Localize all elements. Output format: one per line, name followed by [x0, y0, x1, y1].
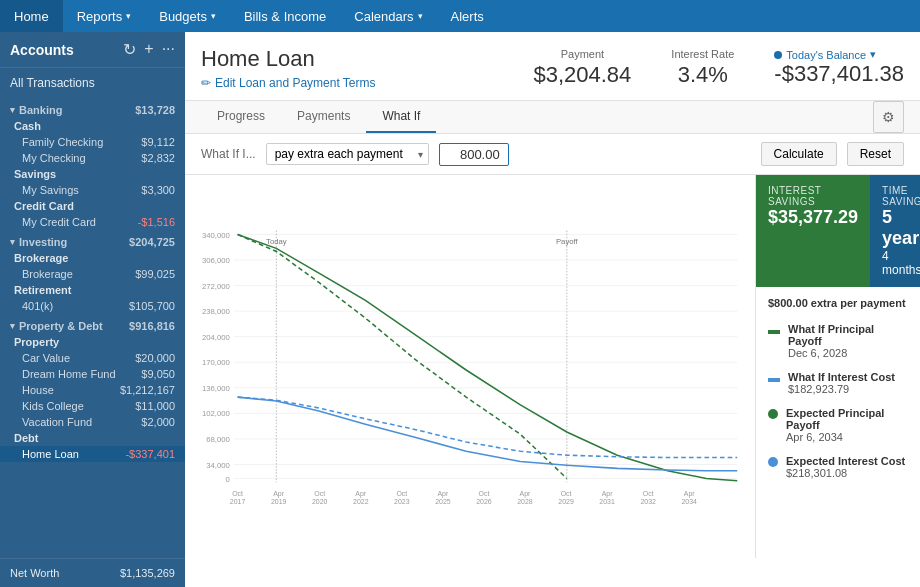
loan-tabs: Progress Payments What If ⚙: [185, 101, 920, 134]
svg-text:Apr: Apr: [355, 490, 367, 498]
sidebar-item-vacation-fund[interactable]: Vacation Fund$2,000: [0, 414, 185, 430]
interest-savings-box: INTEREST SAVINGS $35,377.29: [756, 175, 870, 287]
svg-text:Apr: Apr: [602, 490, 614, 498]
sidebar: Accounts ↻ + ··· All Transactions ▾Banki…: [0, 32, 185, 587]
svg-text:2029: 2029: [558, 498, 574, 505]
sidebar-cat-brokerage: Brokerage: [0, 250, 185, 266]
loan-chart: 340,000 306,000 272,000 238,000 204,000 …: [195, 185, 745, 555]
svg-text:2023: 2023: [394, 498, 410, 505]
chart-sidebar: INTEREST SAVINGS $35,377.29 TIME SAVINGS…: [755, 175, 920, 558]
svg-text:2022: 2022: [353, 498, 369, 505]
svg-text:Today: Today: [266, 237, 287, 246]
whatif-select-wrap: pay extra each payment pay lump sum chan…: [266, 143, 429, 165]
loan-interest-metric: Interest Rate 3.4%: [671, 48, 734, 88]
nav-alerts[interactable]: Alerts: [437, 0, 498, 32]
expected-interest-icon: [768, 457, 778, 467]
loan-balance-metric: Today's Balance ▾ -$337,401.38: [774, 48, 904, 87]
nav-budgets[interactable]: Budgets▾: [145, 0, 230, 32]
loan-payment-metric: Payment $3,204.84: [533, 48, 631, 88]
svg-text:Oct: Oct: [479, 490, 490, 497]
svg-text:68,000: 68,000: [206, 435, 230, 444]
nav-reports[interactable]: Reports▾: [63, 0, 146, 32]
sidebar-group-banking[interactable]: ▾Banking $13,728: [0, 98, 185, 118]
sidebar-cat-credit-card: Credit Card: [0, 198, 185, 214]
top-nav: Home Reports▾ Budgets▾ Bills & Income Ca…: [0, 0, 920, 32]
expected-principal-icon: [768, 409, 778, 419]
settings-button[interactable]: ⚙: [873, 101, 904, 133]
legend-whatif-principal: What If Principal Payoff Dec 6, 2028: [768, 323, 908, 359]
sidebar-group-property-debt[interactable]: ▾Property & Debt $916,816: [0, 314, 185, 334]
svg-text:2020: 2020: [312, 498, 328, 505]
sidebar-cat-property: Property: [0, 334, 185, 350]
sidebar-item-401k[interactable]: 401(k)$105,700: [0, 298, 185, 314]
sidebar-group-investing[interactable]: ▾Investing $204,725: [0, 230, 185, 250]
sidebar-item-family-checking[interactable]: Family Checking$9,112: [0, 134, 185, 150]
sidebar-item-house[interactable]: House$1,212,167: [0, 382, 185, 398]
sidebar-item-my-checking[interactable]: My Checking$2,832: [0, 150, 185, 166]
sidebar-footer: Net Worth $1,135,269: [0, 558, 185, 587]
svg-text:Payoff: Payoff: [556, 237, 579, 246]
svg-text:Apr: Apr: [437, 490, 449, 498]
sidebar-item-car-value[interactable]: Car Value$20,000: [0, 350, 185, 366]
refresh-icon[interactable]: ↻: [123, 40, 136, 59]
svg-text:204,000: 204,000: [202, 333, 230, 342]
tab-whatif[interactable]: What If: [366, 101, 436, 133]
sidebar-cat-cash: Cash: [0, 118, 185, 134]
sidebar-title: Accounts: [10, 42, 115, 58]
sidebar-item-my-savings[interactable]: My Savings$3,300: [0, 182, 185, 198]
reset-button[interactable]: Reset: [847, 142, 904, 166]
add-icon[interactable]: +: [144, 40, 153, 59]
svg-text:2034: 2034: [681, 498, 697, 505]
svg-text:0: 0: [226, 475, 230, 484]
svg-text:Oct: Oct: [396, 490, 407, 497]
sidebar-cat-retirement: Retirement: [0, 282, 185, 298]
legend-whatif-interest: What If Interest Cost $182,923.79: [768, 371, 908, 395]
sidebar-item-my-credit-card[interactable]: My Credit Card-$1,516: [0, 214, 185, 230]
svg-text:Apr: Apr: [273, 490, 285, 498]
nav-bills-income[interactable]: Bills & Income: [230, 0, 340, 32]
loan-title: Home Loan: [201, 46, 376, 72]
tab-payments[interactable]: Payments: [281, 101, 366, 133]
svg-text:272,000: 272,000: [202, 282, 230, 291]
svg-text:2032: 2032: [640, 498, 656, 505]
net-worth-label: Net Worth: [10, 567, 59, 579]
svg-text:2025: 2025: [435, 498, 451, 505]
sidebar-item-home-loan[interactable]: Home Loan-$337,401: [0, 446, 185, 462]
nav-calendars[interactable]: Calendars▾: [340, 0, 436, 32]
sidebar-item-brokerage[interactable]: Brokerage$99,025: [0, 266, 185, 282]
legend-expected-interest: Expected Interest Cost $218,301.08: [768, 455, 908, 479]
more-icon[interactable]: ···: [162, 40, 175, 59]
edit-loan-link[interactable]: ✏ Edit Loan and Payment Terms: [201, 76, 376, 90]
main-content: Home Loan ✏ Edit Loan and Payment Terms …: [185, 32, 920, 587]
sidebar-all-transactions[interactable]: All Transactions: [0, 68, 185, 98]
pencil-icon: ✏: [201, 76, 211, 90]
sidebar-item-kids-college[interactable]: Kids College$11,000: [0, 398, 185, 414]
svg-text:2031: 2031: [599, 498, 615, 505]
tab-progress[interactable]: Progress: [201, 101, 281, 133]
svg-text:2019: 2019: [271, 498, 287, 505]
whatif-amount-input[interactable]: [439, 143, 509, 166]
loan-header: Home Loan ✏ Edit Loan and Payment Terms …: [185, 32, 920, 101]
sidebar-item-dream-home[interactable]: Dream Home Fund$9,050: [0, 366, 185, 382]
time-savings-box: TIME SAVINGS 5 years 4 months: [870, 175, 920, 287]
extra-payment-label: $800.00 extra per payment: [768, 297, 908, 309]
svg-text:306,000: 306,000: [202, 256, 230, 265]
whatif-label: What If I...: [201, 147, 256, 161]
svg-text:340,000: 340,000: [202, 231, 230, 240]
calculate-button[interactable]: Calculate: [761, 142, 837, 166]
savings-boxes: INTEREST SAVINGS $35,377.29 TIME SAVINGS…: [756, 175, 920, 287]
svg-text:Oct: Oct: [561, 490, 572, 497]
svg-text:136,000: 136,000: [202, 384, 230, 393]
svg-text:2026: 2026: [476, 498, 492, 505]
whatif-principal-icon: [768, 330, 780, 334]
svg-text:170,000: 170,000: [202, 358, 230, 367]
svg-text:34,000: 34,000: [206, 461, 230, 470]
svg-text:Oct: Oct: [314, 490, 325, 497]
whatif-interest-icon: [768, 378, 780, 382]
svg-text:102,000: 102,000: [202, 409, 230, 418]
svg-text:Apr: Apr: [520, 490, 532, 498]
svg-text:238,000: 238,000: [202, 307, 230, 316]
nav-home[interactable]: Home: [0, 0, 63, 32]
whatif-select[interactable]: pay extra each payment pay lump sum chan…: [266, 143, 429, 165]
legend-expected-principal: Expected Principal Payoff Apr 6, 2034: [768, 407, 908, 443]
